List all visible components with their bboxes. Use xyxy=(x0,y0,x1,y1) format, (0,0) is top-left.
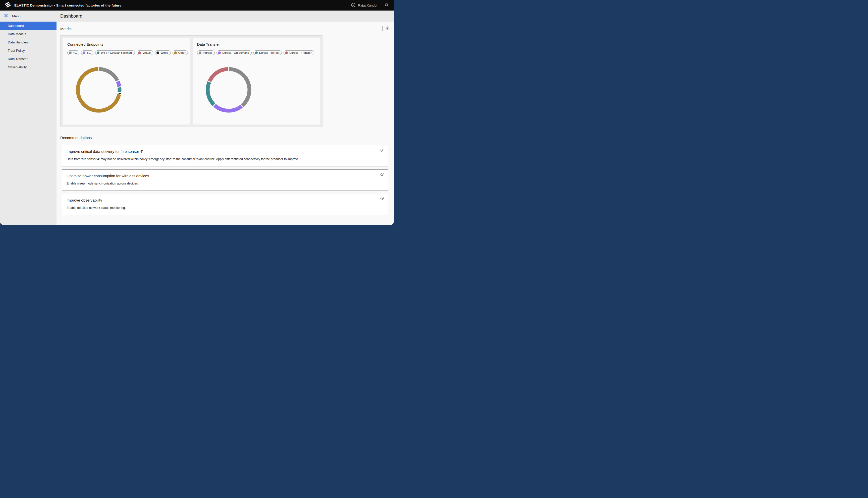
app-window: ELASTIC Demonstrator - Smart connected f… xyxy=(0,0,394,225)
recommendation-card-improve-critical-data-delivery-for-fire-: Improve critical data delivery for 'fire… xyxy=(62,145,388,167)
donut-segment-5g xyxy=(118,81,119,87)
legend-dot-4g xyxy=(69,51,72,54)
legend-label: WiFi + Cellular Backhaul xyxy=(101,51,133,54)
chart-title: Data Transfer xyxy=(197,42,316,47)
notifications-bell-icon[interactable] xyxy=(384,2,389,8)
chart-legend: IngressEgress - On-demandEgress - To res… xyxy=(197,51,316,55)
legend-chip-virtual[interactable]: Virtual xyxy=(137,51,153,55)
legend-chip-5g[interactable]: 5G xyxy=(81,51,93,55)
donut-chart-data-transfer xyxy=(206,67,251,113)
controls-divider xyxy=(382,26,383,31)
recommendation-body: Data from 'fire sensor 4' may not be del… xyxy=(67,157,378,161)
chart-legend: 4G5GWiFi + Cellular BackhaulVirtualWired… xyxy=(67,51,186,55)
metrics-heading: Metrics xyxy=(60,27,72,31)
recommendation-title: Optimize power consumption for wireless … xyxy=(67,174,378,178)
donut-segment-ingress xyxy=(229,69,249,106)
sidebar-item-data-transfer[interactable]: Data Transfer xyxy=(0,55,56,63)
legend-label: Egress - To rest xyxy=(259,51,279,54)
legend-dot-egress-on-demand xyxy=(218,51,221,54)
user-menu[interactable]: Rajat Kandoi xyxy=(351,2,377,8)
user-name: Rajat Kandoi xyxy=(358,3,377,7)
page-header: Dashboard xyxy=(56,11,394,22)
content-area: Dashboard Metrics xyxy=(56,11,394,225)
menu-label: Menu xyxy=(12,14,21,18)
sidebar-nav: DashboardData ModelsData HandlersTrust P… xyxy=(0,22,56,71)
legend-chip-egress-to-rest[interactable]: Egress - To rest xyxy=(254,51,282,55)
recommendation-body: Enable sleep mode synchronization across… xyxy=(67,182,378,185)
sidebar-item-trust-policy[interactable]: Trust Policy xyxy=(0,47,56,55)
sidebar-item-observability[interactable]: Observability xyxy=(0,63,56,71)
donut-segment-egress-to-rest xyxy=(207,82,214,105)
app-title: ELASTIC Demonstrator - Smart connected f… xyxy=(14,3,121,7)
legend-dot-ingress xyxy=(199,51,202,54)
donut-segment-egress-on-demand xyxy=(215,105,241,111)
recommendation-card-optimize-power-consumption-for-wireless-: Optimize power consumption for wireless … xyxy=(62,169,388,191)
legend-label: Other xyxy=(178,51,185,54)
close-menu-icon[interactable] xyxy=(4,14,8,18)
legend-dot-5g xyxy=(83,51,86,54)
legend-dot-other xyxy=(174,51,177,54)
legend-label: Virtual xyxy=(142,51,151,54)
donut-segment-4g xyxy=(99,69,118,81)
legend-chip-wired[interactable]: Wired xyxy=(155,51,171,55)
sidebar-item-data-handlers[interactable]: Data Handlers xyxy=(0,38,56,47)
ringing-bell-icon[interactable] xyxy=(380,197,385,202)
sidebar-item-data-models[interactable]: Data Models xyxy=(0,30,56,38)
legend-chip-4g[interactable]: 4G xyxy=(67,51,79,55)
legend-label: Wired xyxy=(161,51,168,54)
ringing-bell-icon[interactable] xyxy=(380,172,385,178)
chart-card-data-transfer: Data Transfer IngressEgress - On-demandE… xyxy=(193,38,320,124)
legend-dot-egress-to-rest xyxy=(255,51,258,54)
top-bar: ELASTIC Demonstrator - Smart connected f… xyxy=(0,0,394,11)
recommendations-heading: Recommendations xyxy=(60,135,390,140)
sidebar-item-dashboard[interactable]: Dashboard xyxy=(0,22,56,30)
ericsson-logo-icon xyxy=(4,1,11,9)
legend-dot-virtual xyxy=(138,51,141,54)
recommendations-list: Improve critical data delivery for 'fire… xyxy=(60,145,390,215)
recommendation-body: Enable detailed network status monitorin… xyxy=(67,206,378,210)
metrics-panel: Connected Endpoints 4G5GWiFi + Cellular … xyxy=(60,35,323,127)
content-body: Metrics xyxy=(56,22,394,225)
donut-chart-connected-endpoints xyxy=(76,67,121,113)
legend-label: 5G xyxy=(87,51,91,54)
legend-chip-other[interactable]: Other xyxy=(172,51,188,55)
chart-card-connected-endpoints: Connected Endpoints 4G5GWiFi + Cellular … xyxy=(63,38,190,124)
legend-dot-wifi-cellular-backhaul xyxy=(97,51,100,54)
legend-chip-wifi-cellular-backhaul[interactable]: WiFi + Cellular Backhaul xyxy=(95,51,135,55)
legend-label: Egress - Transfer xyxy=(289,51,311,54)
sidebar: Menu DashboardData ModelsData HandlersTr… xyxy=(0,11,56,225)
page-title: Dashboard xyxy=(60,14,82,19)
donut-segment-egress-transfer xyxy=(209,69,228,81)
legend-chip-egress-transfer[interactable]: Egress - Transfer xyxy=(284,51,314,55)
legend-label: Egress - On-demand xyxy=(222,51,249,54)
legend-label: 4G xyxy=(73,51,77,54)
recommendation-card-improve-observability: Improve observabilityEnable detailed net… xyxy=(62,194,388,215)
recommendation-title: Improve critical data delivery for 'fire… xyxy=(67,149,378,154)
settings-gear-icon[interactable] xyxy=(386,26,390,31)
legend-dot-egress-transfer xyxy=(285,51,288,54)
legend-chip-egress-on-demand[interactable]: Egress - On-demand xyxy=(217,51,252,55)
ringing-bell-icon[interactable] xyxy=(380,148,385,154)
chart-title: Connected Endpoints xyxy=(67,42,186,47)
legend-label: Ingress xyxy=(203,51,212,54)
recommendation-title: Improve observability xyxy=(67,198,378,202)
user-avatar-icon xyxy=(351,2,356,8)
legend-dot-wired xyxy=(156,51,159,54)
legend-chip-ingress[interactable]: Ingress xyxy=(197,51,215,55)
